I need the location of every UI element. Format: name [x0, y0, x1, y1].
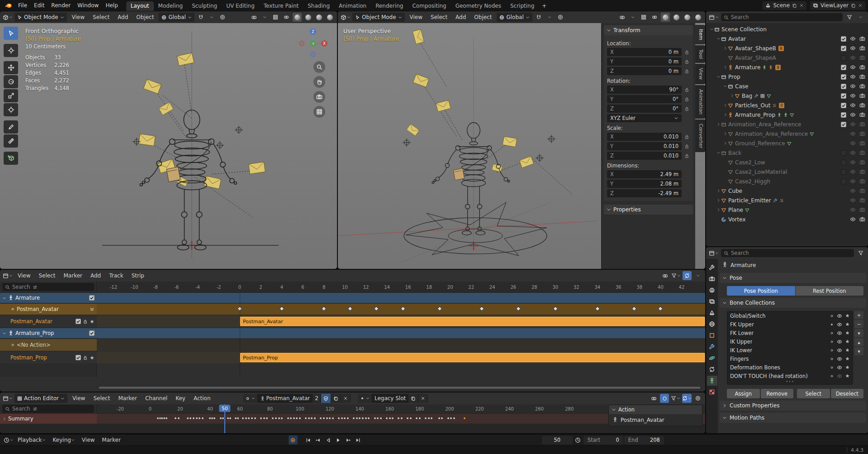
n-panel-tab-converter[interactable]: Converter	[695, 119, 705, 153]
enable-checkbox[interactable]	[841, 112, 846, 118]
keyframe[interactable]	[438, 417, 441, 420]
right-viewport-menu-view[interactable]: View	[407, 13, 426, 22]
only-show-selected-toggle[interactable]	[660, 394, 669, 403]
browse-slot-button[interactable]	[358, 394, 372, 403]
properties-tab-modifiers[interactable]	[707, 342, 717, 352]
hide-in-viewport-toggle[interactable]	[850, 45, 856, 51]
keyframe[interactable]	[441, 417, 443, 420]
right-viewport-menu-object[interactable]: Object	[471, 13, 495, 22]
favorite-toggle[interactable]	[845, 322, 850, 327]
keyframe[interactable]	[397, 417, 400, 420]
n-panel-tab-item[interactable]: Item	[695, 25, 705, 44]
snap-toggle-button[interactable]	[196, 13, 205, 22]
keyframe[interactable]	[213, 417, 216, 420]
keyframe[interactable]	[275, 417, 277, 420]
viewlayer-selector[interactable]: ViewLayer	[810, 1, 865, 10]
left-viewport-menu-add[interactable]: Add	[114, 13, 131, 22]
editor-type-button[interactable]	[4, 435, 14, 444]
nla-tracks-area[interactable]: ArmaturePostman_AvatarPostman_AvatarPost…	[0, 293, 705, 377]
keyframe[interactable]	[263, 417, 266, 420]
keyframe[interactable]	[430, 417, 433, 420]
disable-in-renders-toggle[interactable]	[859, 121, 865, 127]
deselect-button[interactable]: Deselect	[831, 389, 864, 398]
filter-button[interactable]	[671, 394, 680, 403]
editor-type-button[interactable]	[3, 13, 13, 22]
filter-button[interactable]	[845, 13, 854, 22]
keyframe[interactable]	[409, 417, 412, 420]
pan-button[interactable]	[313, 76, 325, 88]
nla-search-input[interactable]: Search	[2, 283, 94, 291]
number-field[interactable]: Z0 m	[607, 67, 682, 75]
nla-menu-view[interactable]: View	[14, 271, 33, 280]
nla-track-no-action[interactable]: <No Action>	[0, 339, 705, 351]
shading-wireframe-button[interactable]	[293, 13, 302, 22]
keyframe[interactable]	[346, 417, 349, 420]
workspace-tab-scripting[interactable]: Scripting	[506, 1, 539, 11]
nla-track-armature-prop[interactable]: Armature_Prop	[0, 328, 705, 338]
topbar-menu-edit[interactable]: Edit	[31, 1, 47, 10]
keyframe[interactable]	[165, 417, 168, 420]
current-frame-chip[interactable]: 50	[219, 405, 230, 412]
proportional-button[interactable]	[693, 394, 702, 403]
enable-checkbox[interactable]	[841, 160, 846, 165]
orientation-dropdown[interactable]: Global	[159, 13, 194, 22]
nla-menu-select[interactable]: Select	[35, 271, 58, 280]
bone-collections-add-button[interactable]: +	[854, 311, 863, 319]
keyframe[interactable]	[337, 417, 340, 420]
orientation-dropdown[interactable]: Global	[497, 13, 532, 22]
dope-menu-key[interactable]: Key	[172, 394, 189, 403]
outliner-row-avatar[interactable]: Avatar	[706, 34, 868, 43]
keyframe[interactable]	[222, 417, 224, 420]
enable-checkbox[interactable]	[841, 103, 846, 108]
keyframe[interactable]	[237, 417, 239, 420]
hide-in-viewport-toggle[interactable]	[850, 150, 856, 156]
filter-options-button[interactable]	[856, 13, 865, 22]
keyframe[interactable]	[376, 417, 379, 420]
solo-toggle[interactable]	[830, 348, 834, 353]
expand-arrow-icon[interactable]	[716, 208, 721, 212]
keyframe[interactable]	[358, 417, 361, 420]
disable-in-renders-toggle[interactable]	[859, 45, 865, 51]
keyframe[interactable]	[174, 417, 177, 420]
expand-arrow-icon[interactable]	[716, 151, 721, 155]
previous-keyframe-button[interactable]	[314, 435, 323, 444]
keyframe[interactable]	[427, 417, 430, 420]
viewport-right-canvas[interactable]: User Perspective (50) Prop | Armature Tr…	[338, 23, 705, 269]
nla-keyframe[interactable]	[374, 306, 379, 311]
keyframe[interactable]	[189, 417, 192, 420]
workspace-tab-texture-paint[interactable]: Texture Paint	[259, 1, 303, 11]
sync-button[interactable]	[682, 394, 692, 403]
topbar-menu-file[interactable]: File	[15, 1, 30, 10]
select-intersect-button[interactable]	[617, 13, 626, 22]
outliner-row-avatar-shapeb[interactable]: Avatar_ShapeB8	[706, 43, 868, 53]
frame-start-field[interactable]: Start0	[583, 436, 623, 444]
timeline-menu-playback[interactable]: Playback	[14, 435, 49, 444]
properties-tab-physics[interactable]	[707, 353, 717, 363]
editor-type-button[interactable]	[709, 13, 719, 22]
keyframe[interactable]	[374, 417, 376, 420]
hide-in-viewport-toggle[interactable]	[850, 140, 856, 146]
summary-label[interactable]: Summary	[0, 414, 97, 424]
camera-view-button[interactable]	[313, 91, 325, 103]
hide-in-viewport-toggle[interactable]	[850, 55, 856, 61]
outliner-row-vortex[interactable]: Vortex	[706, 215, 868, 224]
track-lane[interactable]	[97, 339, 705, 351]
editor-type-button[interactable]	[3, 394, 13, 403]
navigation-gizmo[interactable]: ZX-Y	[297, 27, 329, 58]
keyframe[interactable]	[391, 417, 394, 420]
bone-collections-section-header[interactable]: Bone Collections	[720, 298, 866, 308]
track-label[interactable]: Armature_Prop	[0, 328, 97, 338]
right-viewport-menu-add[interactable]: Add	[452, 13, 469, 22]
nla-menu-strip[interactable]: Strip	[128, 271, 147, 280]
jump-to-end-button[interactable]	[354, 435, 363, 444]
orthographic-toggle-button[interactable]	[313, 106, 325, 118]
nla-keyframe[interactable]	[595, 306, 600, 311]
enable-checkbox[interactable]	[841, 93, 846, 99]
hide-in-viewport-toggle[interactable]	[850, 188, 856, 194]
lock-icon[interactable]	[683, 87, 690, 92]
snap-options-button[interactable]	[545, 13, 554, 22]
disable-in-renders-toggle[interactable]	[859, 36, 865, 42]
nla-keyframe[interactable]	[279, 306, 284, 311]
keyframe[interactable]	[271, 417, 274, 420]
outliner-row-particle-emitter[interactable]: Particle_Emitter	[706, 196, 868, 205]
